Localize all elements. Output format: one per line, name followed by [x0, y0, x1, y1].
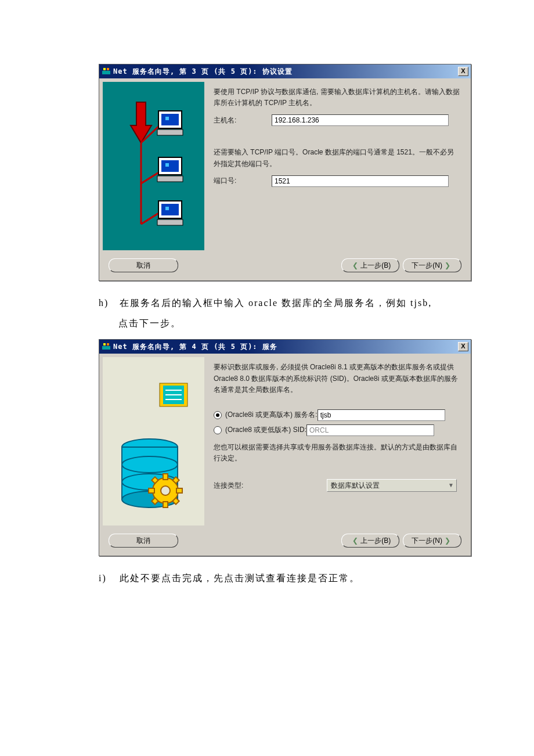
wizard-side-graphic-network [103, 82, 204, 250]
connection-type-value: 数据库默认设置 [331, 480, 380, 491]
connection-type-combo[interactable]: 数据库默认设置 ▼ [327, 479, 457, 492]
window-body: 要标识数据库或服务, 必须提供 Oracle8i 8.1 或更高版本的数据库服务… [99, 354, 471, 529]
svg-rect-18 [165, 207, 169, 210]
port-row: 端口号: [214, 175, 460, 187]
svg-rect-11 [157, 129, 183, 135]
bullet-i: i) [99, 568, 116, 588]
wizard-content: 要使用 TCP/IP 协议与数据库通信, 需要输入数据库计算机的主机名。请输入数… [208, 78, 471, 254]
next-button[interactable]: 下一步(N) ❯ [403, 258, 461, 272]
radio-checked-icon [214, 411, 222, 419]
chevron-down-icon: ▼ [448, 481, 454, 490]
service-name-label: (Oracle8i 或更高版本) 服务名: [225, 409, 317, 420]
connection-type-label: 连接类型: [214, 480, 327, 491]
bullet-h: h) [99, 293, 116, 313]
instruction-h-line1: 在服务名后的输入框中输入 oracle 数据库的全局服务名，例如 tjsb, [120, 298, 432, 308]
svg-rect-38 [176, 488, 182, 493]
window-body: 要使用 TCP/IP 协议与数据库通信, 需要输入数据库计算机的主机名。请输入数… [99, 78, 471, 254]
svg-rect-15 [157, 176, 183, 182]
back-label: 上一步(B) [360, 261, 391, 271]
window-title: Net 服务名向导, 第 4 页 (共 5 页): 服务 [113, 342, 458, 352]
service-intro-text: 要标识数据库或服务, 必须提供 Oracle8i 8.1 或更高版本的数据库服务… [214, 362, 460, 395]
back-label: 上一步(B) [360, 536, 391, 546]
next-label: 下一步(N) [412, 536, 442, 546]
app-icon [102, 67, 111, 76]
service-name-option[interactable]: (Oracle8i 或更高版本) 服务名: [214, 409, 460, 421]
svg-rect-37 [149, 488, 154, 493]
button-bar: 取消 ❮ 上一步(B) 下一步(N) ❯ [99, 254, 471, 280]
back-button[interactable]: ❮ 上一步(B) [341, 534, 399, 548]
app-icon [102, 342, 111, 351]
next-button[interactable]: 下一步(N) ❯ [403, 534, 461, 548]
button-bar: 取消 ❮ 上一步(B) 下一步(N) ❯ [99, 529, 471, 556]
service-name-input[interactable] [317, 409, 445, 421]
instruction-i: i) 此处不要点击完成，先点击测试查看连接是否正常。 [99, 568, 435, 588]
svg-rect-0 [102, 71, 110, 74]
instruction-h-line2: 点击下一步。 [99, 313, 435, 333]
host-label: 主机名: [214, 115, 272, 126]
svg-rect-35 [163, 474, 168, 480]
document-page: Net 服务名向导, 第 3 页 (共 5 页): 协议设置 X [0, 0, 534, 618]
wizard-window-page4: Net 服务名向导, 第 4 页 (共 5 页): 服务 X [99, 339, 471, 556]
next-label: 下一步(N) [412, 261, 442, 271]
svg-rect-21 [103, 343, 106, 345]
svg-rect-36 [163, 502, 168, 507]
chevron-right-icon: ❯ [445, 537, 450, 545]
sid-label: (Oracle8 或更低版本) SID: [225, 424, 306, 435]
sid-option[interactable]: (Oracle8 或更低版本) SID: [214, 424, 460, 436]
database-gear-icon [110, 366, 197, 517]
svg-rect-2 [107, 68, 109, 70]
chevron-right-icon: ❯ [445, 261, 450, 269]
svg-rect-1 [103, 68, 106, 70]
cancel-button[interactable]: 取消 [109, 534, 178, 548]
svg-rect-20 [102, 346, 110, 350]
network-icon [113, 91, 194, 242]
titlebar: Net 服务名向导, 第 4 页 (共 5 页): 服务 X [99, 340, 471, 354]
svg-rect-10 [165, 117, 169, 120]
cancel-button[interactable]: 取消 [109, 258, 178, 272]
back-button[interactable]: ❮ 上一步(B) [341, 258, 399, 272]
svg-rect-22 [107, 343, 109, 345]
conn-intro-text: 您也可以根据需要选择共享或专用服务器数据库连接。默认的方式是由数据库自行决定。 [214, 442, 460, 464]
port-input[interactable] [272, 175, 449, 187]
cancel-label: 取消 [136, 261, 150, 271]
host-row: 主机名: [214, 114, 460, 126]
svg-rect-17 [161, 204, 179, 215]
chevron-left-icon: ❮ [352, 537, 358, 545]
host-input[interactable] [272, 114, 449, 126]
svg-point-34 [161, 486, 170, 495]
cancel-label: 取消 [136, 536, 150, 546]
wizard-side-graphic-db [103, 357, 204, 525]
svg-rect-13 [161, 160, 179, 172]
instruction-h: h) 在服务名后的输入框中输入 oracle 数据库的全局服务名，例如 tjsb… [99, 293, 435, 333]
wizard-window-page3: Net 服务名向导, 第 3 页 (共 5 页): 协议设置 X [99, 64, 471, 281]
port-intro-text: 还需要输入 TCP/IP 端口号。Oracle 数据库的端口号通常是 1521。… [214, 147, 460, 169]
svg-rect-14 [165, 163, 169, 167]
wizard-content: 要标识数据库或服务, 必须提供 Oracle8i 8.1 或更高版本的数据库服务… [208, 354, 471, 529]
svg-line-7 [141, 213, 160, 224]
port-label: 端口号: [214, 175, 272, 186]
svg-line-6 [141, 172, 160, 183]
instruction-i-line1: 此处不要点击完成，先点击测试查看连接是否正常。 [120, 573, 360, 583]
svg-rect-19 [157, 219, 183, 225]
window-title: Net 服务名向导, 第 3 页 (共 5 页): 协议设置 [113, 67, 458, 77]
sid-input[interactable] [306, 424, 434, 436]
radio-unchecked-icon [214, 426, 222, 434]
close-button[interactable]: X [458, 67, 468, 76]
chevron-left-icon: ❮ [352, 261, 358, 269]
titlebar: Net 服务名向导, 第 3 页 (共 5 页): 协议设置 X [99, 64, 471, 78]
svg-rect-9 [161, 114, 179, 125]
close-button[interactable]: X [458, 342, 468, 351]
host-intro-text: 要使用 TCP/IP 协议与数据库通信, 需要输入数据库计算机的主机名。请输入数… [214, 87, 460, 109]
connection-type-row: 连接类型: 数据库默认设置 ▼ [214, 479, 460, 492]
